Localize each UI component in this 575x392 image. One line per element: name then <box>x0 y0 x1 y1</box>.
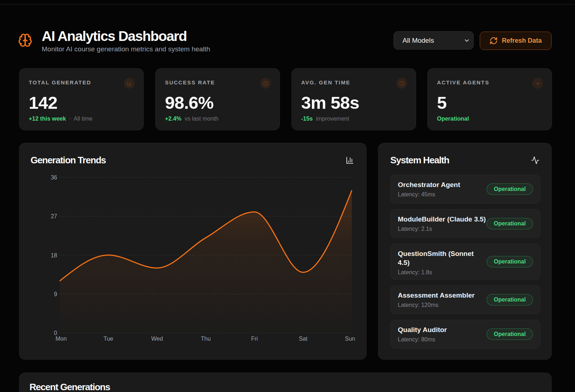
svg-text:27: 27 <box>51 213 57 219</box>
svg-text:9: 9 <box>54 291 57 297</box>
svg-text:Sun: Sun <box>345 336 355 342</box>
svg-text:Tue: Tue <box>104 336 113 342</box>
svg-text:0: 0 <box>54 330 57 336</box>
svg-text:Wed: Wed <box>151 336 163 342</box>
svg-text:Sat: Sat <box>299 336 308 342</box>
svg-text:Thu: Thu <box>201 336 211 342</box>
svg-text:36: 36 <box>51 174 57 181</box>
svg-text:Mon: Mon <box>55 336 66 342</box>
svg-text:Fri: Fri <box>251 336 258 342</box>
svg-text:18: 18 <box>51 252 57 258</box>
